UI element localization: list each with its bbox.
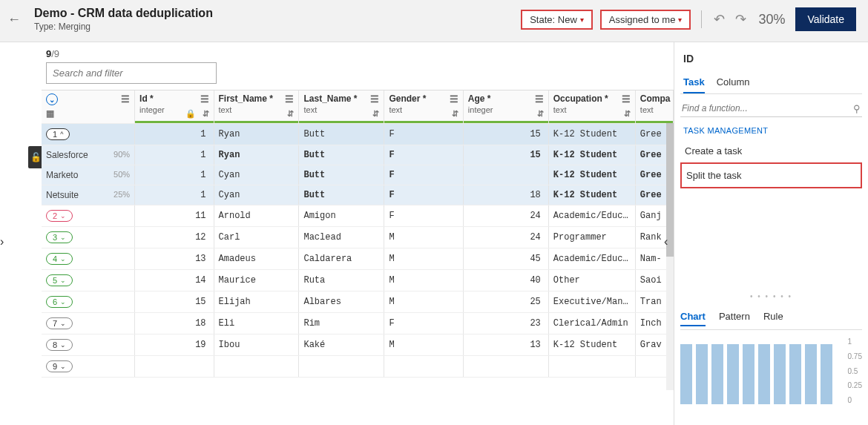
left-gutter: [0, 42, 10, 425]
undo-icon[interactable]: ↶: [712, 11, 726, 27]
validate-button[interactable]: Validate: [795, 7, 856, 31]
create-task-item[interactable]: Create a task: [680, 139, 862, 162]
table-row[interactable]: 8⌄ 19IbouKakéM13K-12 StudentGrav: [42, 335, 674, 356]
table-row[interactable]: 6⌄ 15ElijahAlbaresM25Executive/Man...Tra…: [42, 291, 674, 313]
group-badge[interactable]: 1^: [46, 128, 70, 140]
btab-chart[interactable]: Chart: [680, 308, 706, 326]
table-row[interactable]: 9⌄: [42, 356, 674, 378]
cell-last-name: Butt: [299, 124, 384, 145]
split-task-item[interactable]: Split the task: [680, 162, 862, 188]
chart-bar: [758, 344, 770, 404]
menu-icon[interactable]: ☰: [285, 93, 294, 105]
main-panel: › 🔓 9/9 ⌄ ☰ ▦: [0, 42, 674, 425]
section-task-management: TASK MANAGEMENT: [683, 126, 862, 135]
quality-bar: [464, 121, 548, 123]
source-name: Salesforce: [46, 150, 88, 160]
counter-denom: /9: [51, 48, 59, 59]
tab-task[interactable]: Task: [683, 72, 705, 93]
group-badge[interactable]: 4⌄: [46, 253, 73, 265]
group-badge[interactable]: 3⌄: [46, 231, 73, 243]
chart-bar: [789, 344, 801, 404]
cell-occupation: K-12 Student: [548, 124, 635, 145]
state-dropdown[interactable]: State: New ▾: [521, 10, 593, 30]
cell-id: 1: [135, 124, 214, 145]
group-badge[interactable]: 7⌄: [46, 317, 73, 329]
quality-bar: [214, 121, 299, 123]
col-age[interactable]: Age * integer ☰ ⇵: [463, 90, 548, 124]
expand-all-icon[interactable]: ⌄: [46, 93, 58, 105]
app-header: ← Demo - CRM data deduplication Type: Me…: [0, 0, 868, 42]
menu-icon[interactable]: ☰: [535, 93, 544, 105]
col-first-name[interactable]: First_Name * text ☰ ⇵: [214, 90, 299, 124]
group-badge[interactable]: 5⌄: [46, 274, 73, 286]
menu-icon[interactable]: ☰: [622, 93, 631, 105]
menu-icon[interactable]: ☰: [121, 93, 130, 105]
table-row[interactable]: 7⌄ 18EliRimF23Clerical/AdminInch: [42, 313, 674, 335]
workspace: › 🔓 9/9 ⌄ ☰ ▦: [0, 42, 868, 425]
group-badge[interactable]: 6⌄: [46, 296, 73, 308]
cell-gender: F: [384, 124, 463, 145]
col-group[interactable]: ⌄ ☰ ▦: [42, 90, 135, 124]
table-row[interactable]: 4⌄ 13AmadeusCaldareraM45Academic/Educ...…: [42, 248, 674, 270]
collapse-right-icon[interactable]: ‹: [664, 235, 668, 248]
table-row[interactable]: 5⌄ 14MauriceRutaM40OtherSaoi: [42, 270, 674, 291]
sort-icon[interactable]: ⇵: [452, 109, 458, 119]
assigned-label: Assigned to me: [609, 14, 676, 25]
grid-icon[interactable]: ▦: [46, 108, 54, 119]
back-arrow-icon[interactable]: ←: [7, 12, 21, 27]
search-icon[interactable]: ⚲: [853, 103, 861, 114]
sort-icon[interactable]: ⇵: [624, 109, 631, 119]
redo-icon[interactable]: ↷: [734, 11, 748, 27]
table-row[interactable]: Marketo50% 1 Cyan Butt F K-12 Student Gr…: [42, 165, 674, 185]
chevron-down-icon: ⌄: [60, 255, 66, 263]
header-left: ← Demo - CRM data deduplication Type: Me…: [7, 7, 213, 32]
menu-icon[interactable]: ☰: [450, 93, 458, 105]
table-row[interactable]: 2⌄ 11ArnoldAmigonF24Academic/Educ...Ganj: [42, 205, 674, 227]
sort-icon[interactable]: ⇵: [203, 109, 209, 119]
col-gender[interactable]: Gender * text ☰ ⇵: [384, 90, 463, 124]
col-occupation[interactable]: Occupation * text ☰ ⇵: [548, 90, 635, 124]
chart-bar: [743, 344, 754, 404]
expand-left-icon[interactable]: ›: [0, 235, 4, 248]
group-badge[interactable]: 8⌄: [46, 339, 73, 351]
menu-icon[interactable]: ☰: [200, 93, 209, 105]
lock-tab-icon[interactable]: 🔓: [28, 146, 43, 168]
rp-tabs: Task Column: [680, 72, 862, 94]
table-row[interactable]: 1^ 1 Ryan Butt F 15 K-12 Student Gree: [42, 124, 674, 145]
col-company[interactable]: Compa text: [635, 90, 673, 124]
data-table: ⌄ ☰ ▦ Id * integer ☰ 🔒 ⇵: [42, 90, 674, 409]
search-input[interactable]: [46, 62, 217, 84]
zoom-level: 30%: [758, 12, 785, 27]
chevron-down-icon: ⌄: [60, 363, 66, 370]
quality-bar: [384, 121, 462, 123]
page-title: Demo - CRM data deduplication: [34, 7, 213, 20]
table-row[interactable]: Salesforce90% 1 Ryan Butt F 15 K-12 Stud…: [42, 145, 674, 165]
col-id[interactable]: Id * integer ☰ 🔒 ⇵: [135, 90, 214, 124]
col-last-name[interactable]: Last_Name * text ☰ ⇵: [299, 90, 384, 124]
btab-pattern[interactable]: Pattern: [719, 308, 750, 326]
source-pct: 90%: [114, 150, 130, 159]
right-panel: ‹ ID Task Column ⚲ TASK MANAGEMENT Creat…: [674, 42, 868, 425]
function-search-input[interactable]: [680, 100, 862, 117]
resize-handle-icon[interactable]: • • • • • •: [680, 292, 862, 300]
vertical-scrollbar[interactable]: [666, 123, 674, 390]
cell-age: 15: [463, 124, 548, 145]
quality-bar: [135, 121, 213, 123]
table-row[interactable]: Netsuite25% 1 Cyan Butt F 18 K-12 Studen…: [42, 185, 674, 205]
divider: [701, 10, 702, 28]
rp-bottom-tabs: Chart Pattern Rule: [680, 308, 862, 330]
group-badge[interactable]: 9⌄: [46, 360, 73, 372]
chevron-down-icon: ⌄: [60, 212, 66, 220]
tab-column[interactable]: Column: [717, 72, 750, 93]
source-pct: 25%: [114, 190, 130, 199]
chevron-down-icon: ⌄: [60, 234, 66, 241]
sort-icon[interactable]: ⇵: [537, 109, 544, 119]
table-row[interactable]: 3⌄ 12CarlMacleadM24ProgrammerRank: [42, 227, 674, 248]
quality-bar: [299, 121, 384, 123]
btab-rule[interactable]: Rule: [763, 308, 783, 326]
sort-icon[interactable]: ⇵: [287, 109, 294, 119]
assigned-dropdown[interactable]: Assigned to me ▾: [600, 10, 691, 30]
group-badge[interactable]: 2⌄: [46, 210, 73, 222]
menu-icon[interactable]: ☰: [370, 93, 379, 105]
sort-icon[interactable]: ⇵: [372, 109, 379, 119]
